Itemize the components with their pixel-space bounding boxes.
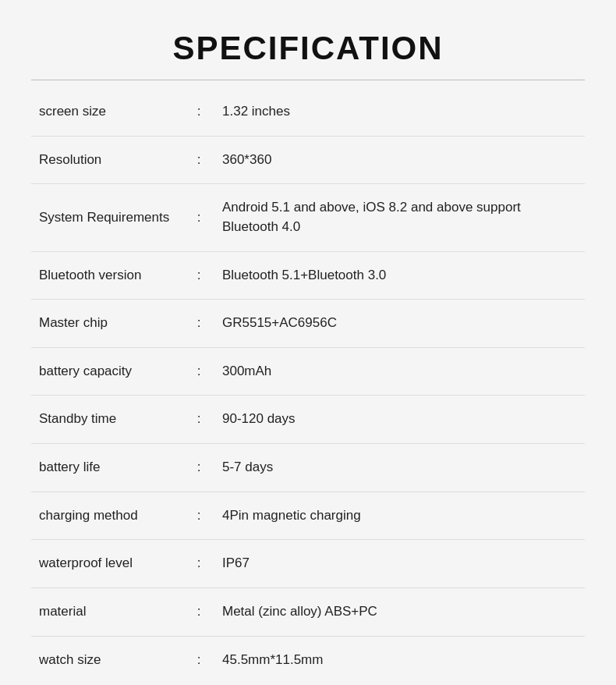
spec-colon: : bbox=[183, 396, 214, 444]
spec-value: 4Pin magnetic charging bbox=[214, 492, 585, 540]
table-row: screen size:1.32 inches bbox=[31, 88, 585, 136]
table-row: Bluetooth version:Bluetooth 5.1+Bluetoot… bbox=[31, 251, 585, 300]
spec-colon: : bbox=[183, 636, 214, 683]
spec-colon: : bbox=[183, 136, 214, 184]
table-row: material:Metal (zinc alloy) ABS+PC bbox=[31, 588, 585, 637]
spec-label: Master chip bbox=[31, 300, 183, 348]
spec-label: watch size bbox=[31, 636, 183, 683]
spec-label: charging method bbox=[31, 492, 183, 540]
spec-label: battery capacity bbox=[31, 347, 183, 396]
table-row: Standby time:90-120 days bbox=[31, 396, 585, 444]
table-row: System Requirements:Android 5.1 and abov… bbox=[31, 184, 585, 251]
table-row: watch size:45.5mm*11.5mm bbox=[31, 636, 585, 683]
spec-colon: : bbox=[183, 492, 214, 540]
spec-value: 1.32 inches bbox=[214, 88, 585, 136]
spec-value: IP67 bbox=[214, 540, 585, 588]
spec-colon: : bbox=[183, 88, 214, 136]
spec-table: screen size:1.32 inchesResolution:360*36… bbox=[31, 88, 585, 683]
table-row: battery capacity:300mAh bbox=[31, 347, 585, 396]
spec-label: Bluetooth version bbox=[31, 251, 183, 300]
table-row: battery life:5-7 days bbox=[31, 444, 585, 492]
spec-label: waterproof level bbox=[31, 540, 183, 588]
spec-label: Resolution bbox=[31, 136, 183, 184]
page-container: SPECIFICATION screen size:1.32 inchesRes… bbox=[0, 0, 616, 685]
spec-value: Bluetooth 5.1+Bluetooth 3.0 bbox=[214, 251, 585, 300]
spec-label: battery life bbox=[31, 444, 183, 492]
spec-value: Metal (zinc alloy) ABS+PC bbox=[214, 588, 585, 637]
spec-label: Standby time bbox=[31, 396, 183, 444]
table-row: Master chip:GR5515+AC6956C bbox=[31, 300, 585, 348]
spec-label: screen size bbox=[31, 88, 183, 136]
spec-colon: : bbox=[183, 300, 214, 348]
spec-colon: : bbox=[183, 184, 214, 251]
title-divider bbox=[31, 80, 585, 80]
spec-value: GR5515+AC6956C bbox=[214, 300, 585, 348]
table-row: charging method:4Pin magnetic charging bbox=[31, 492, 585, 540]
spec-value: 360*360 bbox=[214, 136, 585, 184]
spec-label: System Requirements bbox=[31, 184, 183, 251]
spec-value: 5-7 days bbox=[214, 444, 585, 492]
page-title: SPECIFICATION bbox=[31, 16, 585, 80]
spec-value: Android 5.1 and above, iOS 8.2 and above… bbox=[214, 184, 585, 251]
table-row: Resolution:360*360 bbox=[31, 136, 585, 184]
spec-value: 90-120 days bbox=[214, 396, 585, 444]
spec-label: material bbox=[31, 588, 183, 637]
spec-colon: : bbox=[183, 347, 214, 396]
spec-value: 300mAh bbox=[214, 347, 585, 396]
spec-value: 45.5mm*11.5mm bbox=[214, 636, 585, 683]
spec-colon: : bbox=[183, 444, 214, 492]
spec-colon: : bbox=[183, 251, 214, 300]
spec-colon: : bbox=[183, 540, 214, 588]
table-row: waterproof level:IP67 bbox=[31, 540, 585, 588]
spec-colon: : bbox=[183, 588, 214, 637]
